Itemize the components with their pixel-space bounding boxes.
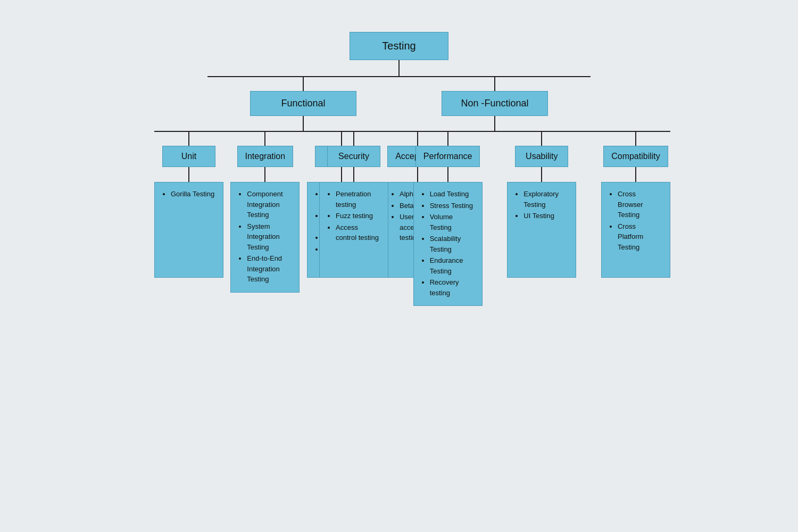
usability-node: Usability bbox=[515, 146, 568, 167]
nonfunctional-h-bar-wrapper: Security Penetration testing Fuzz testin… bbox=[319, 131, 670, 306]
integration-node: Integration bbox=[237, 146, 294, 167]
nonfunctional-children: Security Penetration testing Fuzz testin… bbox=[319, 131, 670, 306]
diagram: Testing Functional bbox=[32, 32, 766, 306]
performance-node: Performance bbox=[415, 146, 480, 167]
unit-node: Unit bbox=[162, 146, 215, 167]
integration-branch: Integration Component Integration Testin… bbox=[230, 131, 300, 293]
integration-leaf: Component Integration Testing System Int… bbox=[230, 182, 300, 293]
compatibility-leaf: Cross Browser Testing Cross Platform Tes… bbox=[601, 182, 670, 278]
nonfunctional-h-connector bbox=[319, 131, 670, 132]
security-node: Security bbox=[327, 146, 380, 167]
root-h-connector bbox=[207, 76, 591, 77]
security-branch: Security Penetration testing Fuzz testin… bbox=[319, 131, 388, 306]
unit-leaf: Gorilla Testing bbox=[154, 182, 223, 278]
performance-branch: Performance Load Testing Stress Testing … bbox=[413, 131, 483, 306]
root-label: Testing bbox=[350, 32, 448, 60]
compatibility-branch: Compatibility Cross Browser Testing Cros… bbox=[601, 131, 670, 306]
functional-node: Functional bbox=[250, 91, 356, 116]
usability-branch: Usability Exploratory Testing UI Testing bbox=[507, 131, 576, 306]
root-node: Testing Functional bbox=[207, 32, 591, 306]
nonfunctional-branch: Non -Functional Security bbox=[399, 76, 591, 306]
security-leaf: Penetration testing Fuzz testing Access … bbox=[319, 182, 388, 278]
nonfunctional-node: Non -Functional bbox=[442, 91, 548, 116]
usability-leaf: Exploratory Testing UI Testing bbox=[507, 182, 576, 278]
compatibility-node: Compatibility bbox=[603, 146, 668, 167]
unit-branch: Unit Gorilla Testing bbox=[154, 131, 223, 293]
performance-leaf: Load Testing Stress Testing Volume Testi… bbox=[413, 182, 483, 306]
